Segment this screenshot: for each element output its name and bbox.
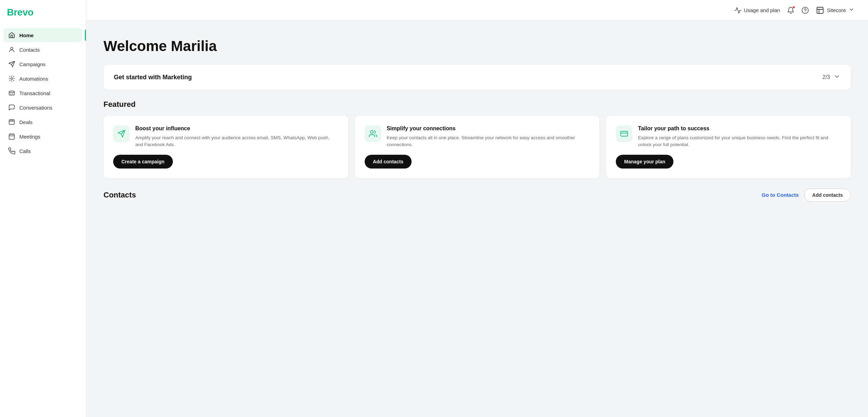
brand-logo: Brevo [0, 7, 86, 28]
featured-card-campaigns: Boost your influence Amplify your reach … [103, 116, 348, 178]
sidebar-item-deals[interactable]: Deals [3, 115, 82, 129]
featured-card-title-2: Simplify your connections [387, 125, 590, 132]
sidebar-item-conversations-label: Conversations [19, 105, 52, 111]
campaigns-icon [8, 61, 15, 68]
svg-rect-8 [621, 131, 628, 136]
contacts-section: Contacts Go to Contacts Add contacts [86, 189, 868, 219]
usage-label: Usage and plan [744, 7, 780, 13]
automations-icon [8, 75, 15, 82]
sidebar-item-transactional-label: Transactional [19, 90, 50, 96]
featured-card-text-1: Boost your influence Amplify your reach … [135, 125, 338, 149]
sidebar-item-automations-label: Automations [19, 76, 48, 82]
sidebar-item-home-label: Home [19, 32, 34, 38]
getting-started-section: Get started with Marketing 2/3 [86, 65, 868, 100]
getting-started-progress: 2/3 [822, 74, 830, 80]
conversations-icon [8, 104, 15, 111]
sidebar-item-transactional[interactable]: Transactional [3, 86, 82, 100]
contacts-icon [8, 46, 15, 53]
home-icon [8, 32, 15, 39]
featured-card-text-2: Simplify your connections Keep your cont… [387, 125, 590, 149]
featured-section: Featured Boost your influence Amplify yo… [86, 100, 868, 189]
main-area: Usage and plan Sitecore Welcome Marilia [86, 0, 868, 417]
svg-point-5 [802, 7, 808, 13]
manage-plan-button[interactable]: Manage your plan [616, 155, 673, 169]
svg-rect-2 [9, 91, 14, 95]
add-contacts-button-featured[interactable]: Add contacts [365, 155, 412, 169]
featured-card-title-3: Tailor your path to success [638, 125, 841, 132]
transactional-icon [8, 90, 15, 96]
svg-point-0 [11, 47, 13, 50]
featured-card-desc-1: Amplify your reach and connect with your… [135, 134, 338, 149]
sidebar-item-deals-label: Deals [19, 119, 32, 125]
sidebar-item-meetings-label: Meetings [19, 134, 40, 140]
featured-title: Featured [103, 100, 851, 109]
users-icon [369, 130, 377, 138]
send-icon [117, 130, 126, 138]
logo-text: Brevo [7, 7, 33, 18]
welcome-title: Welcome Marilia [103, 38, 851, 54]
contacts-section-title: Contacts [103, 191, 136, 200]
getting-started-right: 2/3 [822, 73, 840, 81]
sidebar-item-contacts-label: Contacts [19, 47, 40, 53]
sidebar-nav: Home Contacts Campaigns Automations [0, 28, 86, 158]
deals-icon [8, 119, 15, 125]
sidebar: Brevo Home Contacts Campaigns [0, 0, 86, 417]
featured-card-text-3: Tailor your path to success Explore a ra… [638, 125, 841, 149]
contacts-section-header: Contacts Go to Contacts Add contacts [103, 189, 851, 202]
add-contacts-button[interactable]: Add contacts [804, 189, 851, 202]
users-icon-wrapper [365, 125, 381, 142]
featured-card-plan: Tailor your path to success Explore a ra… [606, 116, 851, 178]
usage-icon [734, 7, 742, 14]
create-campaign-button[interactable]: Create a campaign [113, 155, 173, 169]
featured-card-desc-3: Explore a range of plans customized for … [638, 134, 841, 149]
featured-card-title-1: Boost your influence [135, 125, 338, 132]
svg-rect-6 [817, 7, 823, 13]
chevron-down-icon [834, 73, 840, 81]
sidebar-item-home[interactable]: Home [3, 28, 82, 42]
meetings-icon [8, 133, 15, 140]
account-name: Sitecore [827, 7, 846, 13]
featured-card-header-1: Boost your influence Amplify your reach … [113, 125, 338, 149]
featured-card-header-3: Tailor your path to success Explore a ra… [616, 125, 841, 149]
svg-point-7 [371, 131, 373, 133]
featured-card-header-2: Simplify your connections Keep your cont… [365, 125, 590, 149]
account-icon [816, 6, 824, 14]
svg-rect-3 [9, 120, 14, 124]
chevron-down-icon [849, 7, 854, 13]
help-button[interactable] [801, 7, 809, 14]
notification-dot [792, 6, 795, 9]
send-icon-wrapper [113, 125, 130, 142]
top-header: Usage and plan Sitecore [86, 0, 868, 21]
plan-icon-wrapper [616, 125, 632, 142]
featured-card-contacts: Simplify your connections Keep your cont… [355, 116, 600, 178]
sidebar-item-contacts[interactable]: Contacts [3, 43, 82, 57]
svg-rect-4 [9, 134, 14, 139]
sidebar-item-conversations[interactable]: Conversations [3, 101, 82, 114]
page-content: Welcome Marilia Get started with Marketi… [86, 21, 868, 417]
sidebar-item-campaigns[interactable]: Campaigns [3, 57, 82, 71]
svg-point-1 [11, 78, 13, 80]
welcome-banner: Welcome Marilia [86, 21, 868, 65]
sidebar-item-calls-label: Calls [19, 148, 31, 154]
sidebar-item-campaigns-label: Campaigns [19, 61, 46, 67]
getting-started-card[interactable]: Get started with Marketing 2/3 [103, 65, 851, 90]
account-menu[interactable]: Sitecore [816, 6, 854, 14]
calls-icon [8, 148, 15, 154]
sidebar-item-calls[interactable]: Calls [3, 144, 82, 158]
notifications-button[interactable] [787, 7, 795, 14]
featured-grid: Boost your influence Amplify your reach … [103, 116, 851, 178]
contacts-actions: Go to Contacts Add contacts [762, 189, 851, 202]
usage-and-plan-button[interactable]: Usage and plan [734, 7, 780, 14]
sidebar-item-meetings[interactable]: Meetings [3, 130, 82, 143]
getting-started-title: Get started with Marketing [114, 74, 192, 81]
go-to-contacts-link[interactable]: Go to Contacts [762, 192, 799, 198]
plan-icon [620, 130, 628, 138]
sidebar-item-automations[interactable]: Automations [3, 72, 82, 85]
featured-card-desc-2: Keep your contacts all in one place. Str… [387, 134, 590, 149]
